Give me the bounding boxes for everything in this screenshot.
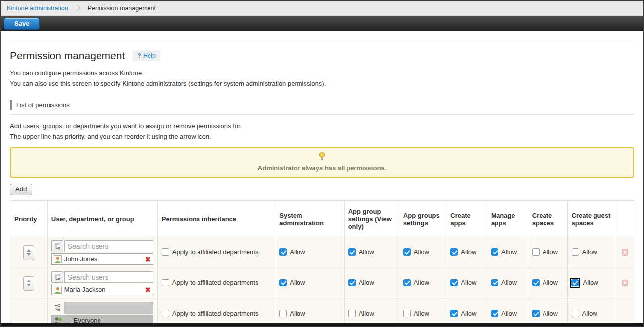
allow-option[interactable]: Allow	[279, 248, 305, 256]
lightbulb-icon	[319, 152, 325, 161]
allow-checkbox[interactable]	[491, 279, 498, 286]
add-button[interactable]: Add	[10, 184, 32, 195]
allow-option[interactable]: Allow	[572, 279, 598, 286]
allow-checkbox[interactable]	[279, 248, 287, 256]
allow-checkbox[interactable]	[571, 279, 579, 286]
manage-apps-cell: Allow	[487, 268, 528, 299]
allow-option[interactable]: Allow	[450, 248, 476, 256]
allow-option[interactable]: Allow	[450, 279, 476, 286]
allow-checkbox[interactable]	[403, 279, 411, 286]
search-users-input[interactable]	[64, 240, 153, 252]
allow-label: Allow	[414, 279, 429, 286]
org-tree-icon	[54, 274, 61, 280]
header-create-guest-spaces: Create guest spaces	[567, 201, 616, 237]
question-icon: ?	[137, 52, 141, 59]
inheritance-option[interactable]: Apply to affiliated departments	[162, 310, 259, 317]
allow-option[interactable]: Allow	[348, 310, 374, 317]
header-create-spaces: Create spaces	[528, 201, 567, 237]
header-system-administration: System administration	[275, 201, 344, 237]
app-groups-settings-cell: Allow	[399, 268, 446, 299]
allow-checkbox[interactable]	[532, 248, 540, 256]
save-button[interactable]: Save	[4, 18, 40, 30]
allow-checkbox[interactable]	[572, 248, 579, 256]
allow-checkbox[interactable]	[532, 279, 540, 286]
allow-checkbox[interactable]	[491, 310, 498, 317]
org-tree-picker-button[interactable]	[51, 240, 63, 252]
allow-checkbox[interactable]	[403, 310, 411, 317]
reorder-priority-control[interactable]	[23, 276, 34, 291]
header-permissions-inheritance: Permissions inheritance	[157, 201, 275, 237]
delete-row-button[interactable]: ✕	[622, 280, 628, 286]
allow-label: Allow	[359, 279, 374, 286]
allow-option[interactable]: Allow	[403, 310, 429, 317]
description-line: You can also use this screen to specify …	[10, 78, 634, 89]
move-up-icon[interactable]	[27, 280, 31, 282]
allow-option[interactable]: Allow	[279, 310, 305, 317]
allow-option[interactable]: Allow	[491, 279, 517, 286]
header-manage-apps: Manage apps	[487, 201, 528, 237]
allow-option[interactable]: Allow	[450, 310, 476, 317]
allow-checkbox[interactable]	[491, 248, 498, 256]
create-spaces-cell: Allow	[528, 268, 567, 299]
allow-option[interactable]: Allow	[403, 248, 429, 256]
allow-checkbox[interactable]	[572, 310, 579, 317]
allow-checkbox[interactable]	[403, 248, 411, 256]
content-divider	[10, 40, 634, 40]
allow-checkbox[interactable]	[450, 279, 458, 286]
search-users-input[interactable]	[64, 271, 153, 283]
allow-checkbox[interactable]	[279, 310, 287, 317]
allow-option[interactable]: Allow	[348, 248, 374, 256]
allow-checkbox[interactable]	[279, 279, 287, 286]
allow-checkbox[interactable]	[348, 248, 356, 256]
allow-label: Allow	[414, 248, 429, 256]
allow-label: Allow	[543, 248, 558, 256]
move-up-icon[interactable]	[27, 249, 31, 252]
remove-user-icon[interactable]: ✖	[145, 256, 151, 263]
remove-user-icon[interactable]: ✖	[145, 286, 151, 293]
org-tree-picker-button[interactable]	[51, 271, 63, 283]
inheritance-checkbox[interactable]	[162, 248, 169, 256]
allow-label: Allow	[461, 310, 476, 317]
inheritance-checkbox[interactable]	[162, 279, 169, 286]
delete-row-button[interactable]: ✕	[622, 249, 628, 256]
allow-option[interactable]: Allow	[491, 310, 517, 317]
allow-checkbox[interactable]	[348, 279, 356, 286]
allow-option[interactable]: Allow	[279, 279, 305, 286]
move-down-icon[interactable]	[27, 284, 31, 286]
main-content: Permission management ? Help You can con…	[1, 40, 643, 327]
allow-checkbox[interactable]	[532, 310, 540, 317]
inheritance-checkbox[interactable]	[162, 310, 169, 317]
allow-option[interactable]: Allow	[348, 279, 374, 286]
allow-label: Allow	[582, 248, 597, 256]
inheritance-option[interactable]: Apply to affiliated departments	[162, 279, 259, 286]
inheritance-cell: Apply to affiliated departments	[157, 237, 275, 268]
row-actions-cell: ✕	[616, 268, 634, 299]
page-title: Permission management	[10, 50, 125, 62]
move-down-icon[interactable]	[27, 253, 31, 256]
page-description: You can configure permissions across Kin…	[10, 68, 634, 89]
allow-option[interactable]: Allow	[491, 248, 517, 256]
allow-checkbox[interactable]	[348, 310, 356, 317]
allow-checkbox[interactable]	[450, 248, 458, 256]
permission-management-screen: Kintone administration Permission manage…	[0, 0, 644, 327]
allow-option[interactable]: Allow	[532, 310, 558, 317]
row-actions-cell: ✕	[616, 237, 634, 268]
allow-option[interactable]: Allow	[572, 310, 597, 317]
app-group-settings-view-cell: Allow	[344, 237, 399, 268]
allow-option[interactable]: Allow	[403, 279, 429, 286]
keyboard-focus-ring	[570, 278, 580, 288]
allow-checkbox[interactable]	[450, 310, 458, 317]
allow-option[interactable]: Allow	[572, 248, 597, 256]
reorder-priority-control[interactable]	[23, 245, 34, 260]
header-user-department-group: User, department, or group	[47, 201, 157, 237]
table-row: John Jones ✖ Apply to affiliated departm…	[10, 237, 634, 268]
selected-user-name: Maria Jackson	[64, 286, 143, 293]
help-link[interactable]: ? Help	[133, 50, 160, 61]
allow-label: Allow	[290, 310, 305, 317]
selected-user-chip: Maria Jackson ✖	[51, 284, 153, 295]
allow-option[interactable]: Allow	[532, 279, 558, 286]
inheritance-option[interactable]: Apply to affiliated departments	[162, 248, 259, 256]
section-title: List of permissions	[16, 101, 70, 109]
allow-option[interactable]: Allow	[532, 248, 558, 256]
breadcrumb-link-kintone-administration[interactable]: Kintone administration	[7, 5, 68, 12]
